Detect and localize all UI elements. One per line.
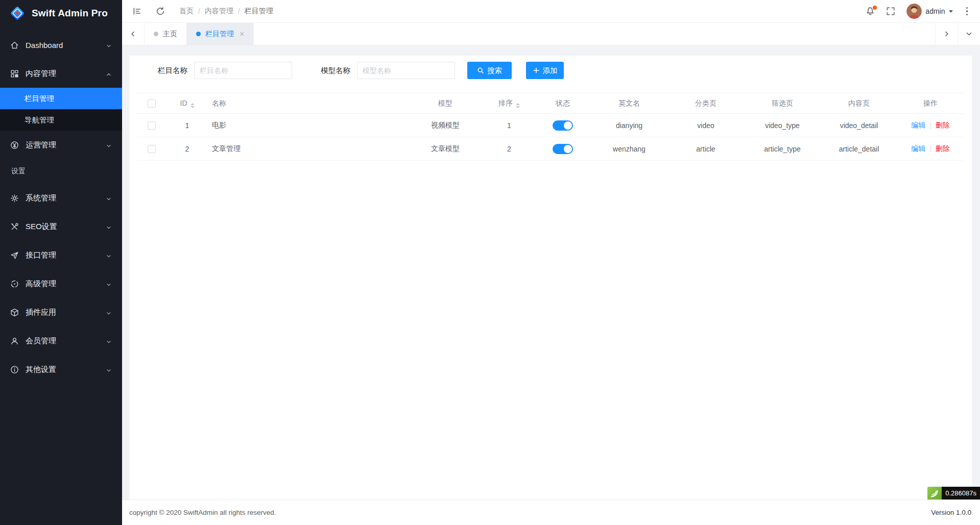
status-toggle[interactable] xyxy=(553,144,573,154)
table-row: 1 电影 视频模型 1 dianying video video_type vi… xyxy=(137,114,964,137)
columns-table: ID 名称 模型 排序 状态 英文名 分类页 筛选页 内容页 操作 xyxy=(137,93,964,161)
sidebar-submenu: 栏目管理 导航管理 xyxy=(0,88,122,131)
search-button[interactable]: 搜索 xyxy=(467,62,512,79)
sidebar-item-members[interactable]: 会员管理 xyxy=(0,327,122,355)
sidebar-item-content-mgmt[interactable]: 内容管理 xyxy=(0,59,122,88)
sidebar-subitem-label: 栏目管理 xyxy=(25,94,54,104)
sidebar-item-advanced-mgmt[interactable]: 高级管理 xyxy=(0,269,122,298)
edit-link[interactable]: 编辑 xyxy=(911,121,925,129)
sidebar-item-system-mgmt[interactable]: 系统管理 xyxy=(0,184,122,212)
sidebar-item-api-mgmt[interactable]: 接口管理 xyxy=(0,241,122,269)
chevron-down-icon xyxy=(106,223,112,230)
sidebar-item-label: 内容管理 xyxy=(26,69,56,79)
sidebar-item-label: SEO设置 xyxy=(26,222,57,232)
cell-model: 文章模型 xyxy=(407,137,484,161)
tab-dot xyxy=(196,32,201,36)
header-category-page: 分类页 xyxy=(667,93,744,114)
cube-icon xyxy=(10,308,19,317)
cell-content-page: video_detail xyxy=(821,114,897,137)
notification-dot xyxy=(873,6,877,10)
add-button[interactable]: 添加 xyxy=(526,62,564,79)
cell-id: 1 xyxy=(165,114,209,137)
chevron-down-icon xyxy=(106,338,112,344)
row-checkbox[interactable] xyxy=(148,121,156,130)
cell-model: 视频模型 xyxy=(407,114,484,137)
chevron-down-icon xyxy=(106,252,112,258)
chevron-down-icon xyxy=(106,309,112,315)
sidebar-item-operations[interactable]: 运营管理 xyxy=(0,131,122,159)
topbar-right: admin xyxy=(866,4,970,19)
user-icon xyxy=(10,337,19,345)
sidebar-item-label: 其他设置 xyxy=(26,365,56,374)
cell-category-page: article xyxy=(667,137,744,161)
sort-icon[interactable] xyxy=(190,103,195,108)
tab-label: 主页 xyxy=(163,30,177,39)
header-content-page: 内容页 xyxy=(821,93,897,114)
refresh-icon[interactable] xyxy=(156,7,165,16)
delete-link[interactable]: 删除 xyxy=(936,144,950,153)
tabs-scroll-left[interactable] xyxy=(122,23,145,45)
user-menu[interactable]: admin xyxy=(906,4,952,19)
edit-link[interactable]: 编辑 xyxy=(911,144,925,153)
select-all-checkbox[interactable] xyxy=(148,99,156,108)
table-row: 2 文章管理 文章模型 2 wenzhang article article_t… xyxy=(137,137,964,161)
sort-icon[interactable] xyxy=(516,103,520,108)
avatar xyxy=(906,4,922,19)
sidebar-item-plugins[interactable]: 插件应用 xyxy=(0,298,122,327)
row-checkbox[interactable] xyxy=(148,145,156,153)
tab-home[interactable]: 主页 xyxy=(145,23,187,45)
sidebar-item-label: 系统管理 xyxy=(26,193,56,203)
sidebar-item-dashboard[interactable]: Dashboard xyxy=(0,31,122,59)
sidebar-item-other-settings[interactable]: 其他设置 xyxy=(0,355,122,384)
copyright-text: copyright © 2020 SwiftAdmin all rights r… xyxy=(129,509,276,516)
sidebar-menu: Dashboard 内容管理 栏目管理 导航管理 xyxy=(0,27,122,384)
footer: copyright © 2020 SwiftAdmin all rights r… xyxy=(122,499,980,525)
header-checkbox-cell xyxy=(137,93,165,114)
cell-sort: 1 xyxy=(484,114,535,137)
sidebar-item-seo-settings[interactable]: SEO设置 xyxy=(0,212,122,241)
collapse-sidebar-icon[interactable] xyxy=(132,7,141,16)
tabbar-spacer xyxy=(254,23,935,45)
logo-diamond-icon xyxy=(8,4,27,22)
header-name: 名称 xyxy=(209,93,407,114)
chevron-down-icon xyxy=(106,42,112,48)
tabs-scroll-right[interactable] xyxy=(935,23,958,45)
app-logo: Swift Admin Pro xyxy=(0,0,122,27)
chevron-down-icon xyxy=(106,142,112,148)
fullscreen-icon[interactable] xyxy=(886,7,895,16)
breadcrumb-separator: / xyxy=(198,7,200,15)
sidebar: Swift Admin Pro Dashboard 内容管理 栏目管理 xyxy=(0,0,122,525)
search-icon xyxy=(477,67,484,74)
sidebar-item-label: 接口管理 xyxy=(26,251,56,260)
column-name-input[interactable] xyxy=(194,62,292,79)
tabs-dropdown[interactable] xyxy=(958,23,980,45)
chevron-down-icon xyxy=(106,366,112,372)
info-icon xyxy=(10,365,19,374)
exec-time-value: 0.286087s xyxy=(942,487,980,499)
sidebar-subitem-label: 导航管理 xyxy=(25,115,54,125)
app-title: Swift Admin Pro xyxy=(32,8,108,19)
tab-dot xyxy=(154,32,158,36)
breadcrumb-home[interactable]: 首页 xyxy=(179,7,194,16)
delete-link[interactable]: 删除 xyxy=(936,121,950,129)
tab-label: 栏目管理 xyxy=(205,30,234,39)
topbar: 首页 / 内容管理 / 栏目管理 xyxy=(122,0,980,23)
status-toggle[interactable] xyxy=(553,120,573,131)
model-name-input[interactable] xyxy=(357,62,455,79)
cell-sort: 2 xyxy=(484,137,535,161)
header-id[interactable]: ID xyxy=(165,93,209,114)
sidebar-subitem-nav-mgmt[interactable]: 导航管理 xyxy=(0,109,122,131)
tab-column-mgmt[interactable]: 栏目管理 × xyxy=(187,23,254,45)
yen-icon xyxy=(10,141,19,149)
column-name-label: 栏目名称 xyxy=(158,66,187,76)
header-sort[interactable]: 排序 xyxy=(484,93,535,114)
content-area: 栏目名称 模型名称 搜索 添加 xyxy=(122,45,980,499)
action-separator: | xyxy=(929,121,931,129)
sidebar-subitem-column-mgmt[interactable]: 栏目管理 xyxy=(0,88,122,109)
more-options-icon[interactable] xyxy=(964,6,970,17)
breadcrumb: 首页 / 内容管理 / 栏目管理 xyxy=(179,7,273,16)
breadcrumb-content-mgmt[interactable]: 内容管理 xyxy=(205,7,233,16)
breadcrumb-current: 栏目管理 xyxy=(245,7,273,16)
notifications-bell-icon[interactable] xyxy=(866,7,875,16)
tab-close-icon[interactable]: × xyxy=(240,30,244,38)
